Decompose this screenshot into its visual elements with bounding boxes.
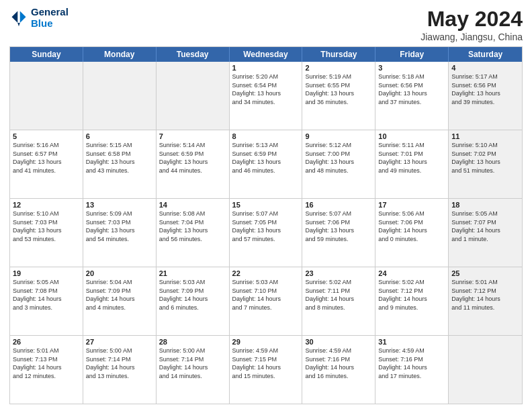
main-title: May 2024 bbox=[420, 7, 523, 32]
day-number: 21 bbox=[159, 269, 226, 277]
day-number: 27 bbox=[86, 338, 153, 346]
empty-cell-4-6 bbox=[449, 336, 522, 404]
day-info: Sunrise: 5:05 AM Sunset: 7:08 PM Dayligh… bbox=[13, 278, 80, 312]
day-info: Sunrise: 4:59 AM Sunset: 7:15 PM Dayligh… bbox=[232, 347, 300, 380]
day-cell-23: 23Sunrise: 5:02 AM Sunset: 7:11 PM Dayli… bbox=[302, 267, 375, 335]
calendar-row-2: 5Sunrise: 5:16 AM Sunset: 6:57 PM Daylig… bbox=[10, 130, 522, 198]
day-cell-2: 2Sunrise: 5:19 AM Sunset: 6:55 PM Daylig… bbox=[302, 62, 375, 130]
calendar-row-5: 26Sunrise: 5:01 AM Sunset: 7:13 PM Dayli… bbox=[10, 335, 522, 404]
day-cell-4: 4Sunrise: 5:17 AM Sunset: 6:56 PM Daylig… bbox=[449, 62, 522, 130]
day-info: Sunrise: 5:02 AM Sunset: 7:11 PM Dayligh… bbox=[305, 278, 372, 312]
day-info: Sunrise: 5:03 AM Sunset: 7:09 PM Dayligh… bbox=[159, 278, 226, 312]
calendar-row-1: 1Sunrise: 5:20 AM Sunset: 6:54 PM Daylig… bbox=[10, 62, 522, 130]
day-number: 3 bbox=[378, 64, 445, 72]
day-number: 20 bbox=[86, 269, 153, 277]
day-cell-10: 10Sunrise: 5:11 AM Sunset: 7:01 PM Dayli… bbox=[375, 130, 449, 198]
day-cell-9: 9Sunrise: 5:12 AM Sunset: 7:00 PM Daylig… bbox=[302, 130, 375, 198]
day-cell-22: 22Sunrise: 5:03 AM Sunset: 7:10 PM Dayli… bbox=[230, 267, 303, 335]
svg-marker-0 bbox=[20, 11, 26, 23]
day-info: Sunrise: 5:07 AM Sunset: 7:05 PM Dayligh… bbox=[232, 210, 300, 243]
day-cell-18: 18Sunrise: 5:05 AM Sunset: 7:07 PM Dayli… bbox=[449, 199, 522, 267]
day-number: 30 bbox=[305, 338, 372, 346]
day-number: 13 bbox=[86, 201, 153, 209]
day-number: 8 bbox=[232, 132, 300, 140]
day-cell-8: 8Sunrise: 5:13 AM Sunset: 6:59 PM Daylig… bbox=[230, 130, 303, 198]
day-info: Sunrise: 5:02 AM Sunset: 7:12 PM Dayligh… bbox=[378, 278, 445, 312]
empty-cell-0-2 bbox=[157, 62, 230, 130]
header-day-wednesday: Wednesday bbox=[230, 47, 303, 62]
day-info: Sunrise: 4:59 AM Sunset: 7:16 PM Dayligh… bbox=[305, 347, 372, 380]
logo-icon bbox=[9, 9, 28, 28]
day-cell-14: 14Sunrise: 5:08 AM Sunset: 7:04 PM Dayli… bbox=[157, 199, 230, 267]
day-info: Sunrise: 5:09 AM Sunset: 7:03 PM Dayligh… bbox=[86, 210, 153, 243]
day-cell-11: 11Sunrise: 5:10 AM Sunset: 7:02 PM Dayli… bbox=[449, 130, 522, 198]
day-cell-19: 19Sunrise: 5:05 AM Sunset: 7:08 PM Dayli… bbox=[10, 267, 83, 335]
header-day-tuesday: Tuesday bbox=[157, 47, 230, 62]
day-number: 28 bbox=[159, 338, 226, 346]
day-number: 29 bbox=[232, 338, 300, 346]
header-day-saturday: Saturday bbox=[449, 47, 522, 62]
logo-text: General Blue bbox=[31, 7, 69, 29]
day-number: 16 bbox=[305, 201, 372, 209]
day-cell-24: 24Sunrise: 5:02 AM Sunset: 7:12 PM Dayli… bbox=[375, 267, 449, 335]
day-info: Sunrise: 4:59 AM Sunset: 7:16 PM Dayligh… bbox=[378, 347, 445, 380]
day-info: Sunrise: 5:17 AM Sunset: 6:56 PM Dayligh… bbox=[451, 73, 519, 106]
day-number: 5 bbox=[13, 132, 80, 140]
day-cell-5: 5Sunrise: 5:16 AM Sunset: 6:57 PM Daylig… bbox=[10, 130, 83, 198]
logo-line1: General bbox=[31, 7, 69, 18]
empty-cell-0-0 bbox=[10, 62, 83, 130]
day-cell-3: 3Sunrise: 5:18 AM Sunset: 6:56 PM Daylig… bbox=[375, 62, 449, 130]
day-number: 4 bbox=[451, 64, 519, 72]
empty-cell-0-1 bbox=[83, 62, 157, 130]
day-info: Sunrise: 5:01 AM Sunset: 7:12 PM Dayligh… bbox=[451, 278, 519, 312]
day-number: 9 bbox=[305, 132, 372, 140]
svg-marker-1 bbox=[12, 11, 18, 23]
svg-marker-2 bbox=[17, 23, 20, 26]
day-number: 31 bbox=[378, 338, 445, 346]
logo-line2: Blue bbox=[31, 18, 69, 30]
day-cell-13: 13Sunrise: 5:09 AM Sunset: 7:03 PM Dayli… bbox=[83, 199, 157, 267]
day-number: 14 bbox=[159, 201, 226, 209]
day-cell-25: 25Sunrise: 5:01 AM Sunset: 7:12 PM Dayli… bbox=[449, 267, 522, 335]
day-cell-29: 29Sunrise: 4:59 AM Sunset: 7:15 PM Dayli… bbox=[230, 336, 303, 404]
day-info: Sunrise: 5:06 AM Sunset: 7:06 PM Dayligh… bbox=[378, 210, 445, 243]
day-number: 23 bbox=[305, 269, 372, 277]
day-number: 12 bbox=[13, 201, 80, 209]
day-number: 11 bbox=[451, 132, 519, 140]
day-info: Sunrise: 5:14 AM Sunset: 6:59 PM Dayligh… bbox=[159, 141, 226, 175]
day-info: Sunrise: 5:00 AM Sunset: 7:14 PM Dayligh… bbox=[159, 347, 226, 380]
day-number: 10 bbox=[378, 132, 445, 140]
day-number: 15 bbox=[232, 201, 300, 209]
day-info: Sunrise: 5:18 AM Sunset: 6:56 PM Dayligh… bbox=[378, 73, 445, 106]
day-info: Sunrise: 5:15 AM Sunset: 6:58 PM Dayligh… bbox=[86, 141, 153, 175]
day-info: Sunrise: 5:10 AM Sunset: 7:03 PM Dayligh… bbox=[13, 210, 80, 243]
calendar-header: SundayMondayTuesdayWednesdayThursdayFrid… bbox=[10, 47, 522, 62]
title-block: May 2024 Jiawang, Jiangsu, China bbox=[420, 7, 523, 42]
day-number: 7 bbox=[159, 132, 226, 140]
day-info: Sunrise: 5:19 AM Sunset: 6:55 PM Dayligh… bbox=[305, 73, 372, 106]
day-info: Sunrise: 5:01 AM Sunset: 7:13 PM Dayligh… bbox=[13, 347, 80, 380]
day-cell-20: 20Sunrise: 5:04 AM Sunset: 7:09 PM Dayli… bbox=[83, 267, 157, 335]
day-cell-30: 30Sunrise: 4:59 AM Sunset: 7:16 PM Dayli… bbox=[302, 336, 375, 404]
day-cell-16: 16Sunrise: 5:07 AM Sunset: 7:06 PM Dayli… bbox=[302, 199, 375, 267]
day-number: 6 bbox=[86, 132, 153, 140]
header-day-friday: Friday bbox=[375, 47, 449, 62]
header: General Blue May 2024 Jiawang, Jiangsu, … bbox=[9, 7, 523, 42]
day-cell-7: 7Sunrise: 5:14 AM Sunset: 6:59 PM Daylig… bbox=[157, 130, 230, 198]
day-cell-26: 26Sunrise: 5:01 AM Sunset: 7:13 PM Dayli… bbox=[10, 336, 83, 404]
day-cell-6: 6Sunrise: 5:15 AM Sunset: 6:58 PM Daylig… bbox=[83, 130, 157, 198]
day-info: Sunrise: 5:04 AM Sunset: 7:09 PM Dayligh… bbox=[86, 278, 153, 312]
day-info: Sunrise: 5:07 AM Sunset: 7:06 PM Dayligh… bbox=[305, 210, 372, 243]
subtitle: Jiawang, Jiangsu, China bbox=[420, 32, 523, 42]
day-cell-12: 12Sunrise: 5:10 AM Sunset: 7:03 PM Dayli… bbox=[10, 199, 83, 267]
day-info: Sunrise: 5:05 AM Sunset: 7:07 PM Dayligh… bbox=[451, 210, 519, 243]
day-info: Sunrise: 5:00 AM Sunset: 7:14 PM Dayligh… bbox=[86, 347, 153, 380]
day-info: Sunrise: 5:13 AM Sunset: 6:59 PM Dayligh… bbox=[232, 141, 300, 175]
day-info: Sunrise: 5:12 AM Sunset: 7:00 PM Dayligh… bbox=[305, 141, 372, 175]
header-day-monday: Monday bbox=[83, 47, 157, 62]
day-info: Sunrise: 5:03 AM Sunset: 7:10 PM Dayligh… bbox=[232, 278, 300, 312]
day-number: 18 bbox=[451, 201, 519, 209]
logo: General Blue bbox=[9, 7, 69, 29]
calendar-row-3: 12Sunrise: 5:10 AM Sunset: 7:03 PM Dayli… bbox=[10, 198, 522, 267]
day-number: 19 bbox=[13, 269, 80, 277]
